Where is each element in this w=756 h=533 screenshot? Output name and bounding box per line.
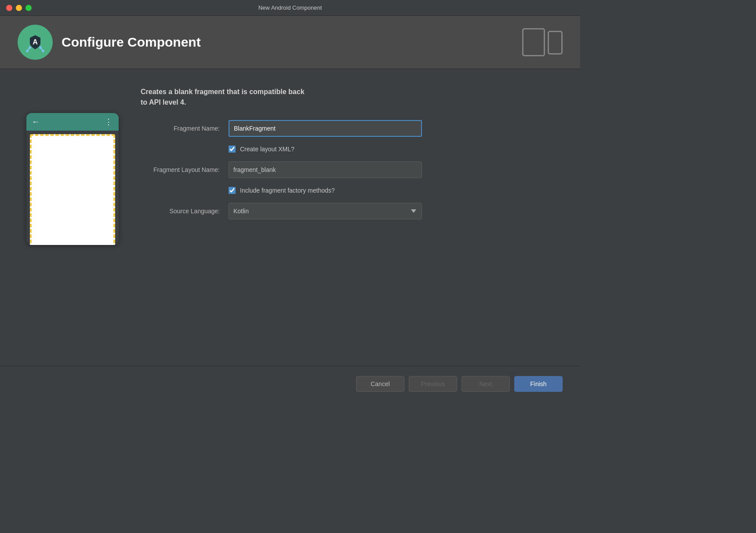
phone-preview: ← ⋮ bbox=[26, 113, 119, 245]
window-controls[interactable] bbox=[6, 5, 32, 11]
fragment-name-label: Fragment Name: bbox=[141, 125, 220, 132]
android-logo: A bbox=[18, 25, 53, 60]
source-language-row: Source Language: Kotlin Java bbox=[141, 203, 554, 219]
svg-point-7 bbox=[42, 50, 44, 52]
header-left: A Configure Component bbox=[18, 25, 201, 60]
description-text: Creates a blank fragment that is compati… bbox=[141, 87, 554, 108]
include-factory-row: Include fragment factory methods? bbox=[229, 187, 554, 194]
dialog-header: A Configure Component bbox=[0, 16, 580, 69]
svg-point-6 bbox=[26, 50, 29, 52]
fragment-layout-label: Fragment Layout Name: bbox=[141, 166, 220, 173]
source-language-label: Source Language: bbox=[141, 208, 220, 215]
close-button[interactable] bbox=[6, 5, 12, 11]
phone-icon bbox=[548, 31, 563, 55]
page-title: Configure Component bbox=[62, 35, 201, 50]
include-factory-label: Include fragment factory methods? bbox=[240, 187, 335, 194]
create-layout-label: Create layout XML? bbox=[240, 146, 294, 153]
phone-frame: ← ⋮ bbox=[26, 113, 119, 245]
svg-point-5 bbox=[39, 46, 42, 49]
phone-statusbar: ← ⋮ bbox=[26, 113, 119, 131]
source-language-select[interactable]: Kotlin Java bbox=[229, 203, 422, 219]
create-layout-row: Create layout XML? bbox=[229, 146, 554, 153]
tablet-icon bbox=[522, 28, 545, 56]
next-button[interactable]: Next bbox=[462, 376, 510, 392]
window-title: New Android Component bbox=[258, 4, 322, 11]
fragment-name-row: Fragment Name: bbox=[141, 120, 554, 137]
title-bar: New Android Component bbox=[0, 0, 580, 16]
form-area: Creates a blank fragment that is compati… bbox=[141, 82, 554, 245]
maximize-button[interactable] bbox=[25, 5, 32, 11]
device-preview-icon bbox=[522, 28, 563, 56]
fragment-layout-input[interactable] bbox=[229, 161, 422, 178]
create-layout-checkbox[interactable] bbox=[229, 146, 236, 153]
bottom-bar: Cancel Previous Next Finish bbox=[0, 366, 580, 401]
main-content: ← ⋮ Creates a blank fragment that is com… bbox=[0, 69, 580, 254]
phone-content-area bbox=[30, 134, 115, 245]
back-arrow-icon: ← bbox=[32, 117, 40, 127]
include-factory-checkbox[interactable] bbox=[229, 187, 236, 194]
svg-point-4 bbox=[29, 46, 31, 49]
svg-text:A: A bbox=[33, 38, 38, 46]
fragment-layout-row: Fragment Layout Name: bbox=[141, 161, 554, 178]
cancel-button[interactable]: Cancel bbox=[356, 376, 404, 392]
minimize-button[interactable] bbox=[16, 5, 22, 11]
fragment-name-input[interactable] bbox=[229, 120, 422, 137]
finish-button[interactable]: Finish bbox=[514, 376, 563, 392]
previous-button[interactable]: Previous bbox=[409, 376, 457, 392]
menu-dots-icon: ⋮ bbox=[105, 117, 113, 127]
